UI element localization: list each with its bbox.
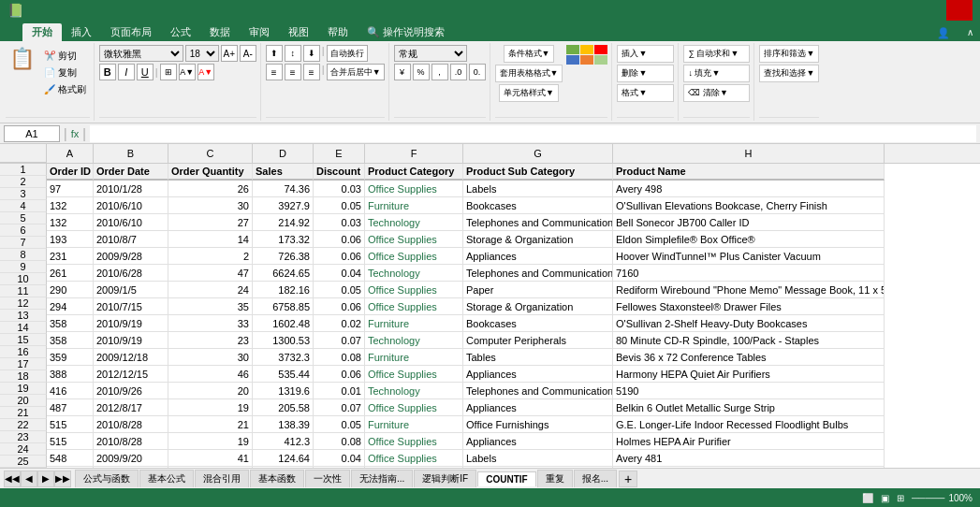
header-cell[interactable]: Product Name [613,164,885,181]
table-cell[interactable]: 132 [47,197,94,214]
font-color-btn[interactable]: A▼ [197,64,214,80]
table-cell[interactable]: 41 [168,450,253,467]
table-cell[interactable]: Hoover WindTunnel™ Plus Canister Vacuum [613,248,885,265]
table-cell[interactable]: 0.06 [314,298,365,315]
table-cell[interactable]: Appliances [463,433,613,450]
table-cell[interactable]: Eldon Simplefile® Box Office® [613,231,885,248]
table-cell[interactable]: 0.06 [314,366,365,383]
border-btn[interactable]: ⊞ [160,64,177,80]
table-cell[interactable]: Tables [463,349,613,366]
table-cell[interactable]: 2010/9/19 [94,332,168,349]
table-cell[interactable]: 19 [168,433,253,450]
table-cell[interactable]: 0.04 [314,450,365,467]
delete-cells-btn[interactable]: 删除▼ [617,65,674,82]
align-top-btn[interactable]: ⬆ [266,45,283,62]
table-cell[interactable]: 2012/12/15 [94,366,168,383]
format-cells-btn[interactable]: 格式▼ [617,84,674,102]
table-cell[interactable]: 20 [168,383,253,399]
ribbon-minimize-btn[interactable]: ∧ [959,22,980,41]
sort-filter-btn[interactable]: 排序和筛选▼ [759,45,819,63]
table-cell[interactable]: 205.58 [253,399,314,416]
row-header-4[interactable]: 4 [0,200,47,212]
row-header-3[interactable]: 3 [0,188,47,200]
table-cell[interactable]: 74.36 [253,181,314,197]
table-cell[interactable]: Telephones and Communication [463,214,613,231]
table-cell[interactable]: Labels [463,181,613,197]
row-header-17[interactable]: 17 [0,358,47,370]
row-header-9[interactable]: 9 [0,261,47,273]
table-cell[interactable]: Office Supplies [365,298,463,315]
table-cell[interactable]: 3927.9 [253,197,314,214]
paste-btn[interactable]: 📋 [6,45,38,73]
row-header-21[interactable]: 21 [0,407,47,419]
table-cell[interactable]: 0.08 [314,433,365,450]
table-cell[interactable]: 2009/9/20 [94,450,168,467]
table-cell[interactable]: 0.05 [314,282,365,298]
table-cell[interactable]: Technology [365,332,463,349]
table-cell[interactable]: 726.38 [253,248,314,265]
table-cell[interactable]: Furniture [365,349,463,366]
row-header-2[interactable]: 2 [0,176,47,188]
table-cell[interactable]: 182.16 [253,282,314,298]
table-cell[interactable]: 2012/8/17 [94,399,168,416]
table-cell[interactable]: Harmony HEPA Quiet Air Purifiers [613,366,885,383]
tab-home[interactable]: 开始 [22,23,62,41]
table-cell[interactable]: 0.01 [314,383,365,399]
table-cell[interactable]: 21 [168,416,253,433]
table-format-btn[interactable]: 套用表格格式▼ [495,65,563,82]
sheet-tab-formulas[interactable]: 公式与函数 [75,470,139,487]
table-cell[interactable]: 2010/8/28 [94,433,168,450]
row-header-7[interactable]: 7 [0,237,47,249]
table-cell[interactable]: 0.07 [314,399,365,416]
header-cell[interactable]: Discount [314,164,365,181]
table-cell[interactable]: Technology [365,214,463,231]
number-format-select[interactable]: 常规 [394,45,467,62]
table-cell[interactable]: 193 [47,231,94,248]
clear-btn[interactable]: ⌫ 清除▼ [683,84,750,102]
table-cell[interactable]: 2009/12/18 [94,349,168,366]
table-cell[interactable]: Office Supplies [365,231,463,248]
find-select-btn[interactable]: 查找和选择▼ [759,65,819,82]
merge-btn[interactable]: 合并后居中▼ [327,64,385,80]
row-header-24[interactable]: 24 [0,443,47,456]
tab-view[interactable]: 视图 [279,23,318,41]
table-cell[interactable]: 0.06 [314,248,365,265]
align-middle-btn[interactable]: ↕ [285,45,301,62]
table-cell[interactable]: 2010/8/7 [94,231,168,248]
bold-btn[interactable]: B [99,64,116,80]
conditional-format-btn[interactable]: 条件格式▼ [504,45,555,63]
table-cell[interactable]: 7160 [613,265,885,282]
header-cell[interactable]: Product Sub Category [463,164,613,181]
table-cell[interactable]: 358 [47,332,94,349]
table-cell[interactable]: 6624.65 [253,265,314,282]
col-header-c[interactable]: C [168,144,253,163]
row-header-1[interactable]: 1 [0,164,47,176]
tab-nav-prev[interactable]: ◀ [21,471,37,487]
underline-btn[interactable]: U [137,64,154,80]
sheet-tab-add[interactable]: + [619,471,637,487]
align-right-btn[interactable]: ≡ [303,64,320,80]
header-cell[interactable]: Sales [253,164,314,181]
col-header-f[interactable]: F [365,144,463,163]
tab-nav-right[interactable]: ▶▶ [54,471,71,487]
tab-formula[interactable]: 公式 [161,23,200,41]
fill-btn[interactable]: ↓ 填充▼ [683,65,750,82]
table-cell[interactable]: 46 [168,366,253,383]
row-header-22[interactable]: 22 [0,419,47,431]
function-btn[interactable]: fx [71,128,80,139]
table-cell[interactable]: 487 [47,399,94,416]
tab-review[interactable]: 审阅 [240,23,279,41]
table-cell[interactable]: 173.32 [253,231,314,248]
row-header-16[interactable]: 16 [0,346,47,358]
table-cell[interactable]: 515 [47,433,94,450]
table-cell[interactable]: 47 [168,265,253,282]
table-cell[interactable]: Appliances [463,366,613,383]
table-cell[interactable]: 0.02 [314,315,365,332]
currency-btn[interactable]: ¥ [394,64,411,80]
table-cell[interactable]: 14 [168,231,253,248]
table-cell[interactable]: 2 [168,248,253,265]
table-cell[interactable]: 2010/1/28 [94,181,168,197]
font-increase-btn[interactable]: A+ [221,45,238,62]
tab-help[interactable]: 帮助 [318,23,358,41]
col-header-a[interactable]: A [47,144,94,163]
